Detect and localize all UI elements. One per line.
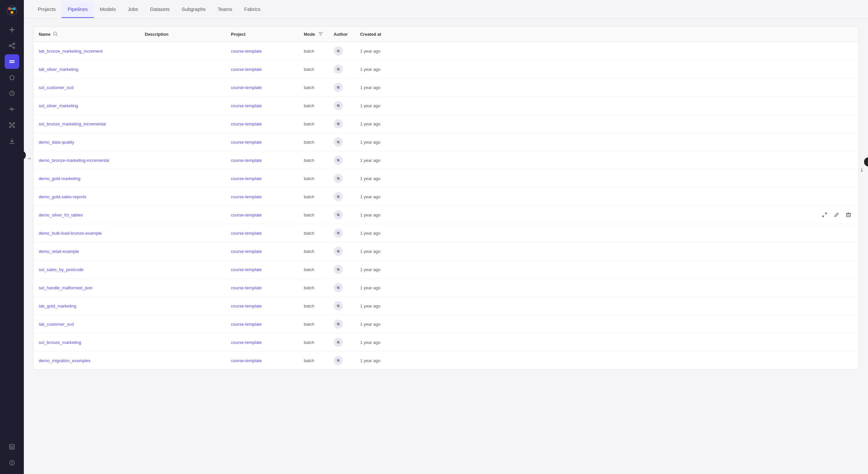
pipeline-link[interactable]: lab_customer_scd bbox=[39, 322, 74, 327]
project-link[interactable]: course-template bbox=[231, 85, 262, 90]
edit-action-icon[interactable] bbox=[832, 174, 841, 183]
edit-action-icon[interactable] bbox=[832, 265, 841, 274]
delete-action-icon[interactable] bbox=[844, 228, 853, 238]
tab-teams[interactable]: Teams bbox=[212, 1, 238, 18]
pipeline-link[interactable]: demo_migration_examples bbox=[39, 358, 90, 363]
expand-action-icon[interactable] bbox=[820, 283, 829, 292]
edit-action-icon[interactable] bbox=[832, 83, 841, 92]
gem-icon[interactable] bbox=[5, 70, 19, 85]
edit-action-icon[interactable] bbox=[832, 137, 841, 147]
project-link[interactable]: course-template bbox=[231, 122, 262, 127]
pipeline-link[interactable]: sol_bronze_marketing_incremental bbox=[39, 122, 106, 127]
download-icon[interactable] bbox=[5, 134, 19, 148]
edit-action-icon[interactable] bbox=[832, 247, 841, 256]
delete-action-icon[interactable] bbox=[844, 210, 853, 219]
tab-models[interactable]: Models bbox=[94, 1, 122, 18]
expand-action-icon[interactable] bbox=[820, 247, 829, 256]
expand-action-icon[interactable] bbox=[820, 65, 829, 74]
pipeline-link[interactable]: sol_sales_by_postcode bbox=[39, 267, 84, 272]
project-link[interactable]: course-template bbox=[231, 249, 262, 254]
expand-action-icon[interactable] bbox=[820, 338, 829, 347]
delete-action-icon[interactable] bbox=[844, 65, 853, 74]
delete-action-icon[interactable] bbox=[844, 283, 853, 292]
pipeline-link[interactable]: demo_retail-example bbox=[39, 249, 79, 254]
pipeline-link[interactable]: demo_bulk-load-bronze-example bbox=[39, 231, 102, 236]
project-link[interactable]: course-template bbox=[231, 49, 262, 54]
project-link[interactable]: course-template bbox=[231, 158, 262, 163]
delete-action-icon[interactable] bbox=[844, 192, 853, 201]
clock-icon[interactable] bbox=[5, 86, 19, 101]
delete-action-icon[interactable] bbox=[844, 46, 853, 56]
nodes-icon[interactable] bbox=[5, 38, 19, 53]
project-link[interactable]: course-template bbox=[231, 212, 262, 217]
search-icon[interactable] bbox=[53, 31, 58, 37]
expand-action-icon[interactable] bbox=[820, 137, 829, 147]
tab-subgraphs[interactable]: Subgraphs bbox=[176, 1, 212, 18]
edit-action-icon[interactable] bbox=[832, 192, 841, 201]
pipeline-nav-icon[interactable] bbox=[5, 54, 19, 69]
expand-action-icon[interactable] bbox=[820, 265, 829, 274]
pipeline-link[interactable]: demo_data-quality bbox=[39, 140, 74, 145]
pipeline-link[interactable]: lab_gold_marketing bbox=[39, 304, 76, 308]
tab-fabrics[interactable]: Fabrics bbox=[238, 1, 266, 18]
delete-action-icon[interactable] bbox=[844, 119, 853, 128]
expand-action-icon[interactable] bbox=[820, 228, 829, 238]
pipeline-link[interactable]: demo_gold-marketing bbox=[39, 176, 81, 181]
delete-action-icon[interactable] bbox=[844, 247, 853, 256]
project-link[interactable]: course-template bbox=[231, 103, 262, 108]
project-link[interactable]: course-template bbox=[231, 231, 262, 236]
expand-action-icon[interactable] bbox=[820, 319, 829, 329]
expand-action-icon[interactable] bbox=[820, 174, 829, 183]
pipeline-link[interactable]: lab_silver_marketing bbox=[39, 67, 78, 72]
delete-action-icon[interactable] bbox=[844, 356, 853, 365]
expand-action-icon[interactable] bbox=[820, 156, 829, 165]
edit-action-icon[interactable] bbox=[832, 65, 841, 74]
project-link[interactable]: course-template bbox=[231, 322, 262, 327]
pipeline-link[interactable]: demo_gold-sales-reports bbox=[39, 194, 87, 199]
expand-action-icon[interactable] bbox=[820, 301, 829, 310]
delete-action-icon[interactable] bbox=[844, 265, 853, 274]
pipeline-link[interactable]: demo_bronze-marketing-incremental bbox=[39, 158, 109, 163]
pipeline-link[interactable]: sol_bronze_marketing bbox=[39, 340, 81, 345]
edit-action-icon[interactable] bbox=[832, 228, 841, 238]
project-link[interactable]: course-template bbox=[231, 67, 262, 72]
project-link[interactable]: course-template bbox=[231, 340, 262, 345]
pulse-icon[interactable] bbox=[5, 102, 19, 116]
delete-action-icon[interactable] bbox=[844, 101, 853, 110]
pipeline-link[interactable]: sol_handle_malformed_json bbox=[39, 285, 93, 290]
pipeline-link[interactable]: sol_customer_scd bbox=[39, 85, 73, 90]
table-icon[interactable] bbox=[5, 440, 19, 454]
delete-action-icon[interactable] bbox=[844, 174, 853, 183]
edit-action-icon[interactable] bbox=[832, 338, 841, 347]
edit-action-icon[interactable] bbox=[832, 210, 841, 219]
project-link[interactable]: course-template bbox=[231, 358, 262, 363]
expand-action-icon[interactable] bbox=[820, 83, 829, 92]
pipeline-link[interactable]: sol_silver_marketing bbox=[39, 103, 78, 108]
edit-action-icon[interactable] bbox=[832, 101, 841, 110]
edit-action-icon[interactable] bbox=[832, 46, 841, 56]
edit-action-icon[interactable] bbox=[832, 283, 841, 292]
edit-action-icon[interactable] bbox=[832, 356, 841, 365]
expand-action-icon[interactable] bbox=[820, 356, 829, 365]
project-link[interactable]: course-template bbox=[231, 176, 262, 181]
project-link[interactable]: course-template bbox=[231, 285, 262, 290]
expand-action-icon[interactable] bbox=[820, 119, 829, 128]
help-icon[interactable]: ? bbox=[5, 455, 19, 470]
delete-action-icon[interactable] bbox=[844, 137, 853, 147]
delete-action-icon[interactable] bbox=[844, 319, 853, 329]
project-link[interactable]: course-template bbox=[231, 267, 262, 272]
tab-jobs[interactable]: Jobs bbox=[122, 1, 144, 18]
pipeline-link[interactable]: demo_silver_fct_tables bbox=[39, 212, 83, 217]
filter-icon[interactable] bbox=[318, 31, 323, 37]
tab-pipelines[interactable]: Pipelines bbox=[62, 1, 94, 18]
delete-action-icon[interactable] bbox=[844, 156, 853, 165]
edit-action-icon[interactable] bbox=[832, 301, 841, 310]
expand-action-icon[interactable] bbox=[820, 46, 829, 56]
expand-action-icon[interactable] bbox=[820, 192, 829, 201]
edit-action-icon[interactable] bbox=[832, 156, 841, 165]
delete-action-icon[interactable] bbox=[844, 301, 853, 310]
expand-action-icon[interactable] bbox=[820, 210, 829, 219]
add-icon[interactable] bbox=[5, 23, 19, 37]
delete-action-icon[interactable] bbox=[844, 83, 853, 92]
project-link[interactable]: course-template bbox=[231, 140, 262, 145]
